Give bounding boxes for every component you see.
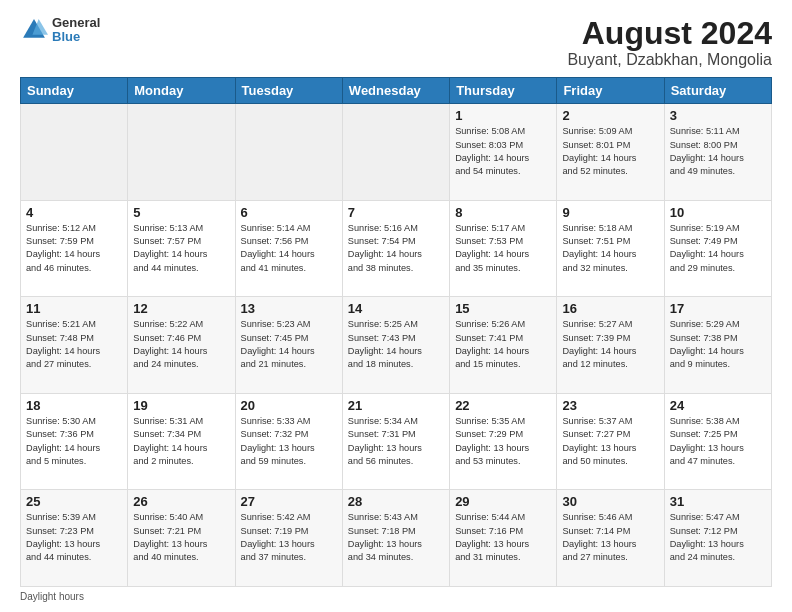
calendar-cell: 7Sunrise: 5:16 AMSunset: 7:54 PMDaylight… (342, 200, 449, 297)
calendar-cell: 27Sunrise: 5:42 AMSunset: 7:19 PMDayligh… (235, 490, 342, 587)
day-info: Sunrise: 5:21 AMSunset: 7:48 PMDaylight:… (26, 318, 122, 371)
day-info: Sunrise: 5:18 AMSunset: 7:51 PMDaylight:… (562, 222, 658, 275)
day-info: Sunrise: 5:11 AMSunset: 8:00 PMDaylight:… (670, 125, 766, 178)
day-info: Sunrise: 5:08 AMSunset: 8:03 PMDaylight:… (455, 125, 551, 178)
day-number: 7 (348, 205, 444, 220)
calendar-cell: 5Sunrise: 5:13 AMSunset: 7:57 PMDaylight… (128, 200, 235, 297)
calendar-week-4: 18Sunrise: 5:30 AMSunset: 7:36 PMDayligh… (21, 393, 772, 490)
day-info: Sunrise: 5:09 AMSunset: 8:01 PMDaylight:… (562, 125, 658, 178)
day-info: Sunrise: 5:26 AMSunset: 7:41 PMDaylight:… (455, 318, 551, 371)
calendar-cell: 1Sunrise: 5:08 AMSunset: 8:03 PMDaylight… (450, 104, 557, 201)
calendar-cell: 10Sunrise: 5:19 AMSunset: 7:49 PMDayligh… (664, 200, 771, 297)
day-info: Sunrise: 5:37 AMSunset: 7:27 PMDaylight:… (562, 415, 658, 468)
calendar-cell: 11Sunrise: 5:21 AMSunset: 7:48 PMDayligh… (21, 297, 128, 394)
calendar-cell: 28Sunrise: 5:43 AMSunset: 7:18 PMDayligh… (342, 490, 449, 587)
calendar-cell: 20Sunrise: 5:33 AMSunset: 7:32 PMDayligh… (235, 393, 342, 490)
calendar-cell: 6Sunrise: 5:14 AMSunset: 7:56 PMDaylight… (235, 200, 342, 297)
day-number: 31 (670, 494, 766, 509)
day-number: 9 (562, 205, 658, 220)
calendar: SundayMondayTuesdayWednesdayThursdayFrid… (20, 77, 772, 587)
calendar-cell: 2Sunrise: 5:09 AMSunset: 8:01 PMDaylight… (557, 104, 664, 201)
calendar-cell: 12Sunrise: 5:22 AMSunset: 7:46 PMDayligh… (128, 297, 235, 394)
calendar-cell: 24Sunrise: 5:38 AMSunset: 7:25 PMDayligh… (664, 393, 771, 490)
day-number: 6 (241, 205, 337, 220)
logo-icon (20, 16, 48, 44)
page-subtitle: Buyant, Dzabkhan, Mongolia (567, 51, 772, 69)
day-number: 28 (348, 494, 444, 509)
day-number: 15 (455, 301, 551, 316)
day-number: 22 (455, 398, 551, 413)
day-info: Sunrise: 5:30 AMSunset: 7:36 PMDaylight:… (26, 415, 122, 468)
calendar-header-sunday: Sunday (21, 78, 128, 104)
daylight-label: Daylight hours (20, 591, 84, 602)
calendar-cell (128, 104, 235, 201)
day-info: Sunrise: 5:39 AMSunset: 7:23 PMDaylight:… (26, 511, 122, 564)
calendar-cell: 15Sunrise: 5:26 AMSunset: 7:41 PMDayligh… (450, 297, 557, 394)
calendar-cell: 4Sunrise: 5:12 AMSunset: 7:59 PMDaylight… (21, 200, 128, 297)
logo-text: General Blue (52, 16, 100, 45)
day-info: Sunrise: 5:44 AMSunset: 7:16 PMDaylight:… (455, 511, 551, 564)
day-number: 26 (133, 494, 229, 509)
day-info: Sunrise: 5:42 AMSunset: 7:19 PMDaylight:… (241, 511, 337, 564)
day-number: 18 (26, 398, 122, 413)
calendar-week-1: 1Sunrise: 5:08 AMSunset: 8:03 PMDaylight… (21, 104, 772, 201)
calendar-cell: 14Sunrise: 5:25 AMSunset: 7:43 PMDayligh… (342, 297, 449, 394)
day-info: Sunrise: 5:22 AMSunset: 7:46 PMDaylight:… (133, 318, 229, 371)
day-number: 27 (241, 494, 337, 509)
day-info: Sunrise: 5:35 AMSunset: 7:29 PMDaylight:… (455, 415, 551, 468)
day-number: 23 (562, 398, 658, 413)
calendar-cell: 17Sunrise: 5:29 AMSunset: 7:38 PMDayligh… (664, 297, 771, 394)
calendar-week-2: 4Sunrise: 5:12 AMSunset: 7:59 PMDaylight… (21, 200, 772, 297)
day-number: 3 (670, 108, 766, 123)
calendar-header-saturday: Saturday (664, 78, 771, 104)
calendar-cell: 16Sunrise: 5:27 AMSunset: 7:39 PMDayligh… (557, 297, 664, 394)
calendar-cell: 25Sunrise: 5:39 AMSunset: 7:23 PMDayligh… (21, 490, 128, 587)
day-info: Sunrise: 5:19 AMSunset: 7:49 PMDaylight:… (670, 222, 766, 275)
day-info: Sunrise: 5:27 AMSunset: 7:39 PMDaylight:… (562, 318, 658, 371)
day-number: 11 (26, 301, 122, 316)
calendar-cell (235, 104, 342, 201)
calendar-cell: 30Sunrise: 5:46 AMSunset: 7:14 PMDayligh… (557, 490, 664, 587)
day-info: Sunrise: 5:33 AMSunset: 7:32 PMDaylight:… (241, 415, 337, 468)
calendar-cell: 13Sunrise: 5:23 AMSunset: 7:45 PMDayligh… (235, 297, 342, 394)
logo-line1: General (52, 16, 100, 30)
day-info: Sunrise: 5:38 AMSunset: 7:25 PMDaylight:… (670, 415, 766, 468)
day-info: Sunrise: 5:40 AMSunset: 7:21 PMDaylight:… (133, 511, 229, 564)
calendar-cell (21, 104, 128, 201)
logo-line2: Blue (52, 30, 100, 44)
calendar-cell: 31Sunrise: 5:47 AMSunset: 7:12 PMDayligh… (664, 490, 771, 587)
day-number: 30 (562, 494, 658, 509)
day-info: Sunrise: 5:47 AMSunset: 7:12 PMDaylight:… (670, 511, 766, 564)
day-number: 17 (670, 301, 766, 316)
day-number: 2 (562, 108, 658, 123)
day-number: 8 (455, 205, 551, 220)
day-number: 25 (26, 494, 122, 509)
calendar-cell: 18Sunrise: 5:30 AMSunset: 7:36 PMDayligh… (21, 393, 128, 490)
calendar-week-3: 11Sunrise: 5:21 AMSunset: 7:48 PMDayligh… (21, 297, 772, 394)
day-number: 19 (133, 398, 229, 413)
calendar-header-tuesday: Tuesday (235, 78, 342, 104)
calendar-cell: 9Sunrise: 5:18 AMSunset: 7:51 PMDaylight… (557, 200, 664, 297)
day-info: Sunrise: 5:12 AMSunset: 7:59 PMDaylight:… (26, 222, 122, 275)
calendar-header-friday: Friday (557, 78, 664, 104)
day-info: Sunrise: 5:23 AMSunset: 7:45 PMDaylight:… (241, 318, 337, 371)
day-number: 5 (133, 205, 229, 220)
day-info: Sunrise: 5:16 AMSunset: 7:54 PMDaylight:… (348, 222, 444, 275)
calendar-header-wednesday: Wednesday (342, 78, 449, 104)
calendar-cell: 26Sunrise: 5:40 AMSunset: 7:21 PMDayligh… (128, 490, 235, 587)
day-number: 1 (455, 108, 551, 123)
day-number: 4 (26, 205, 122, 220)
day-info: Sunrise: 5:31 AMSunset: 7:34 PMDaylight:… (133, 415, 229, 468)
day-number: 13 (241, 301, 337, 316)
page-title: August 2024 (567, 16, 772, 51)
calendar-cell (342, 104, 449, 201)
calendar-week-5: 25Sunrise: 5:39 AMSunset: 7:23 PMDayligh… (21, 490, 772, 587)
day-number: 10 (670, 205, 766, 220)
calendar-cell: 23Sunrise: 5:37 AMSunset: 7:27 PMDayligh… (557, 393, 664, 490)
logo: General Blue (20, 16, 100, 45)
day-info: Sunrise: 5:13 AMSunset: 7:57 PMDaylight:… (133, 222, 229, 275)
calendar-cell: 21Sunrise: 5:34 AMSunset: 7:31 PMDayligh… (342, 393, 449, 490)
day-info: Sunrise: 5:14 AMSunset: 7:56 PMDaylight:… (241, 222, 337, 275)
calendar-cell: 3Sunrise: 5:11 AMSunset: 8:00 PMDaylight… (664, 104, 771, 201)
calendar-cell: 29Sunrise: 5:44 AMSunset: 7:16 PMDayligh… (450, 490, 557, 587)
